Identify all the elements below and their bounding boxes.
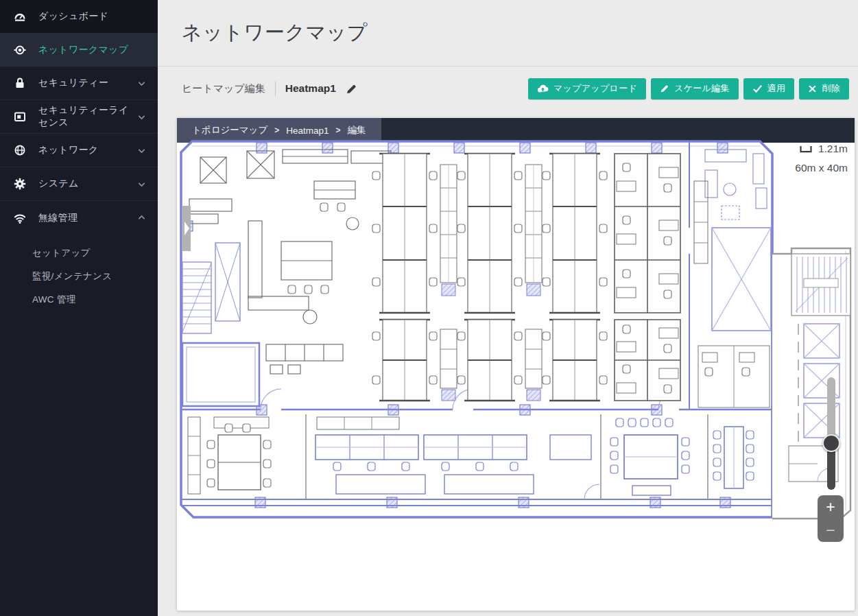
zoom-slider-thumb[interactable]	[822, 434, 840, 452]
breadcrumb-separator: >	[336, 126, 341, 135]
zoom-in-button[interactable]: +	[818, 495, 844, 519]
breadcrumb-edit[interactable]: 編集	[348, 124, 366, 137]
breadcrumb-bar: トポロジーマップ > Heatmap1 > 編集	[177, 118, 855, 143]
plan-desk-clusters-upper	[372, 154, 680, 313]
sidebar-item-security-license[interactable]: セキュリティーライセンス	[0, 100, 158, 134]
floor-plan-image[interactable]	[180, 140, 853, 522]
sidebar-item-label: 無線管理	[38, 212, 136, 224]
delete-button[interactable]: 削除	[799, 78, 849, 99]
wifi-icon	[13, 212, 27, 224]
scale-indicator: 1.21m 60m x 40m	[795, 143, 848, 174]
sidebar-item-label: ネットワーク	[38, 144, 136, 156]
plan-blue-room	[182, 343, 259, 406]
toolbar-left: ヒートマップ編集 Heatmap1	[182, 82, 357, 96]
button-label: 適用	[767, 82, 786, 95]
sidebar-subitem-setup[interactable]: セットアップ	[0, 241, 158, 265]
toolbar-divider	[275, 82, 276, 96]
main-content: ネットワークマップ ヒートマップ編集 Heatmap1 マップアップロード スケ…	[158, 0, 858, 616]
sidebar-item-network-map[interactable]: ネットワークマップ	[0, 33, 158, 67]
scale-value: 1.21m	[818, 143, 848, 155]
page-title: ネットワークマップ	[182, 19, 368, 47]
sidebar-subitem-awc[interactable]: AWC 管理	[0, 288, 158, 311]
map-panel: トポロジーマップ > Heatmap1 > 編集	[177, 118, 855, 611]
sidebar-submenu: セットアップ 監視/メンテナンス AWC 管理	[0, 235, 158, 311]
zoom-slider[interactable]	[826, 377, 837, 491]
gauge-icon	[13, 10, 27, 23]
target-icon	[13, 44, 27, 56]
sidebar-item-wireless-management[interactable]: 無線管理	[0, 201, 158, 235]
breadcrumb-topology-map[interactable]: トポロジーマップ	[192, 124, 267, 137]
sidebar-item-label: システム	[38, 178, 136, 190]
sidebar-item-label: ダッシュボード	[38, 10, 147, 23]
sidebar-item-system[interactable]: システム	[0, 167, 158, 201]
lock-icon	[13, 77, 27, 89]
sidebar-item-label: ネットワークマップ	[38, 44, 147, 56]
pencil-icon	[660, 84, 669, 93]
map-name-label: Heatmap1	[285, 82, 336, 95]
heatmap-toolbar: ヒートマップ編集 Heatmap1 マップアップロード スケール編集 適用	[158, 67, 858, 110]
zoom-buttons: + −	[818, 495, 844, 542]
button-label: スケール編集	[674, 82, 730, 95]
breadcrumb: トポロジーマップ > Heatmap1 > 編集	[177, 118, 381, 143]
apply-button[interactable]: 適用	[743, 78, 795, 99]
chevron-down-icon	[136, 112, 147, 122]
plan-desk-clusters-lower	[372, 320, 680, 401]
gear-icon	[13, 178, 27, 190]
sidebar-item-label: セキュリティーライセンス	[38, 104, 136, 129]
button-label: 削除	[822, 82, 840, 95]
chevron-down-icon	[136, 179, 147, 189]
plan-void-shaft	[712, 228, 771, 331]
zoom-out-button[interactable]: −	[818, 519, 844, 542]
chevron-up-icon	[136, 213, 147, 223]
sidebar-item-label: セキュリティー	[38, 77, 136, 89]
license-icon	[13, 110, 27, 123]
sidebar-item-dashboard[interactable]: ダッシュボード	[0, 0, 158, 33]
globe-icon	[13, 144, 27, 156]
cloud-upload-icon	[537, 84, 549, 94]
chevron-down-icon	[136, 145, 147, 156]
zoom-slider-track-upper[interactable]	[827, 377, 835, 443]
scale-ruler-icon	[800, 145, 812, 153]
button-label: マップアップロード	[553, 82, 637, 95]
x-icon	[808, 84, 817, 93]
map-dimensions: 60m x 40m	[795, 162, 848, 174]
sidebar-item-network[interactable]: ネットワーク	[0, 134, 158, 167]
plan-side-tab	[182, 206, 191, 251]
check-icon	[752, 84, 763, 93]
sidebar-item-security[interactable]: セキュリティー	[0, 67, 158, 100]
map-upload-button[interactable]: マップアップロード	[528, 78, 646, 99]
plan-right-stairwell	[791, 254, 850, 316]
chevron-down-icon	[136, 78, 147, 88]
page-header: ネットワークマップ	[158, 0, 858, 67]
sidebar-subitem-monitoring[interactable]: 監視/メンテナンス	[0, 265, 158, 288]
sidebar: ダッシュボード ネットワークマップ セキュリティー セキュリティーライセンス ネ…	[0, 0, 158, 616]
heatmap-edit-label: ヒートマップ編集	[182, 82, 265, 95]
breadcrumb-separator: >	[274, 126, 279, 135]
scale-edit-button[interactable]: スケール編集	[651, 78, 739, 99]
toolbar-buttons: マップアップロード スケール編集 適用 削除	[528, 78, 849, 99]
rename-pencil-icon[interactable]	[346, 83, 357, 95]
breadcrumb-heatmap1[interactable]: Heatmap1	[286, 126, 329, 136]
